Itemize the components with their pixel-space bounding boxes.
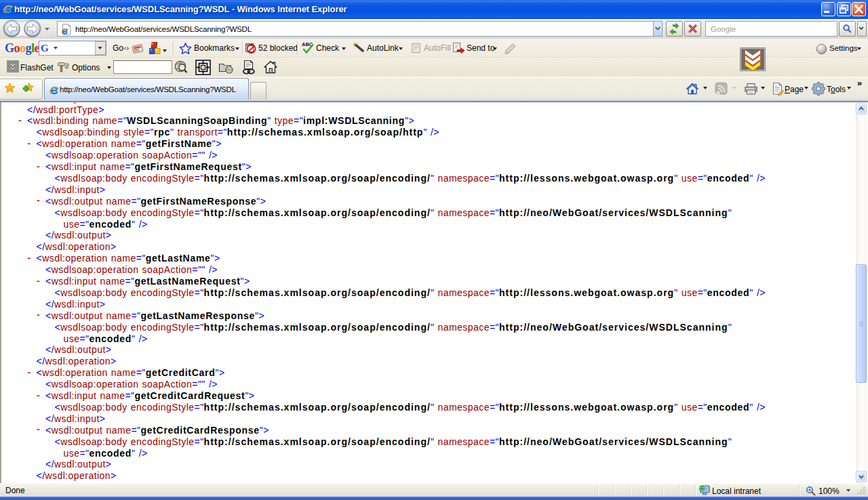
svg-text:G: G xyxy=(41,43,49,54)
